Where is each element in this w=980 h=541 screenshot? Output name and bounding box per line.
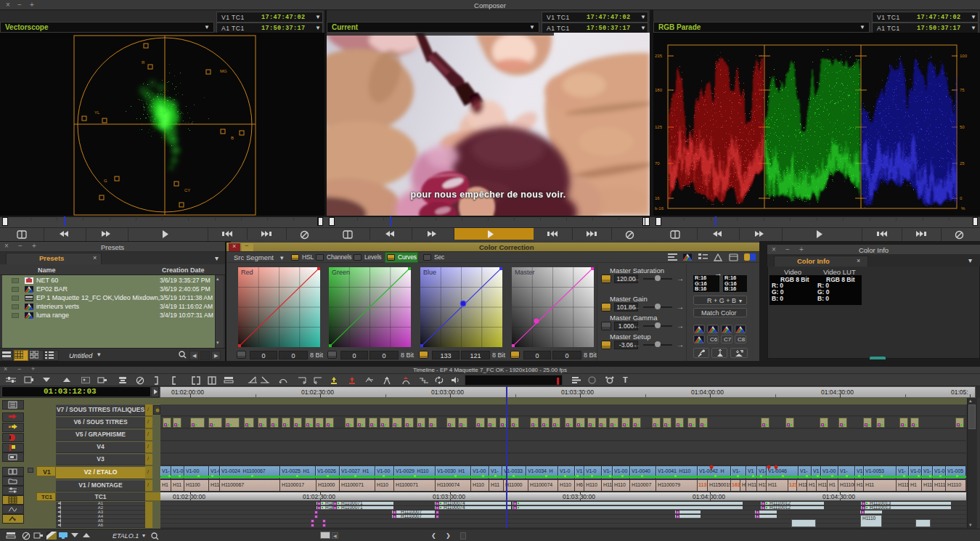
svg-text:b-16: b-16 — [655, 206, 664, 211]
svg-text:YL: YL — [94, 110, 100, 115]
svg-text:50: 50 — [960, 125, 965, 129]
svg-text:125: 125 — [655, 125, 663, 129]
svg-text:G: G — [104, 179, 107, 183]
svg-text:16: 16 — [655, 196, 660, 200]
svg-text:CY: CY — [184, 188, 190, 192]
svg-text:25: 25 — [960, 161, 965, 166]
svg-text:R: R — [142, 60, 145, 65]
svg-text:0: 0 — [960, 196, 963, 200]
svg-text:%: % — [961, 206, 965, 211]
svg-text:B: B — [231, 136, 234, 140]
svg-text:75: 75 — [960, 88, 965, 92]
svg-text:180: 180 — [655, 88, 663, 92]
svg-text:235: 235 — [655, 54, 663, 58]
svg-text:70: 70 — [655, 161, 660, 166]
svg-text:100: 100 — [960, 54, 968, 58]
svg-text:MG: MG — [220, 69, 227, 73]
